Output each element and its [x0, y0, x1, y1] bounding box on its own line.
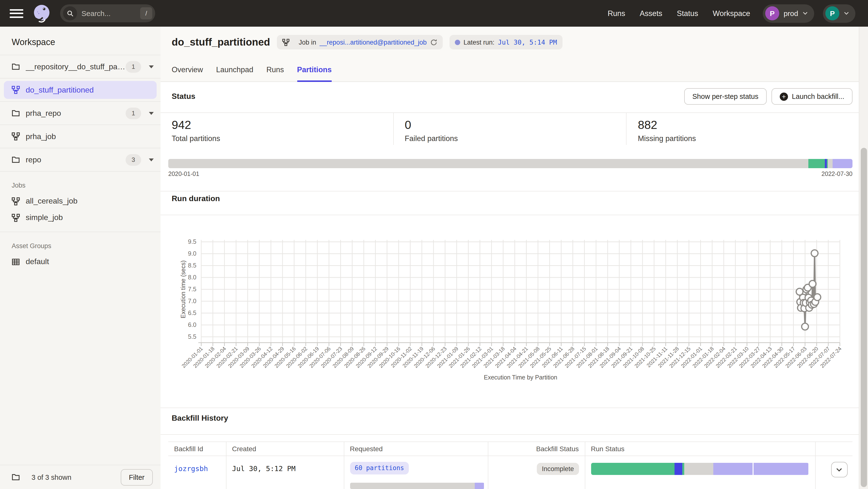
page-title: do_stuff_partitioned	[172, 36, 270, 48]
cell-run-status	[585, 456, 815, 489]
sidebar-job-simple_job[interactable]: simple_job	[0, 209, 160, 226]
job-list: all_cereals_jobsimple_job	[0, 193, 160, 226]
backfill-status-badge: Incomplete	[537, 463, 579, 475]
svg-text:Execution Time by Partition: Execution Time by Partition	[484, 374, 557, 381]
column-header-backfill-id: Backfill Id	[168, 442, 226, 456]
nav-status[interactable]: Status	[677, 9, 698, 18]
nav-runs[interactable]: Runs	[608, 9, 625, 18]
bar-segment	[713, 463, 752, 475]
deployment-label: prod	[784, 9, 798, 18]
bar-segment	[833, 159, 852, 168]
stat-total-partitions: 942Total partitions	[160, 113, 393, 145]
partition-status-bar	[168, 159, 852, 168]
svg-text:9.5: 9.5	[188, 238, 196, 245]
filter-button[interactable]: Filter	[121, 469, 153, 485]
bar-segment	[168, 159, 808, 168]
bar-segment	[682, 463, 684, 475]
column-header-requested: Requested	[344, 442, 488, 456]
caret-down-icon[interactable]	[149, 112, 154, 115]
search-input[interactable]: Search... /	[60, 4, 155, 22]
bar-segment	[591, 463, 675, 475]
tab-overview[interactable]: Overview	[172, 65, 203, 82]
svg-text:Execution time (secs): Execution time (secs)	[180, 260, 186, 318]
job-label: simple_job	[26, 213, 63, 222]
latest-run-link[interactable]: Jul 30, 5:14 PM	[498, 38, 557, 46]
job-icon	[12, 132, 20, 140]
dagster-logo-icon[interactable]	[31, 3, 52, 24]
stat-label: Total partitions	[172, 134, 393, 143]
sidebar-footer: 3 of 3 shown Filter	[0, 465, 160, 489]
sidebar-item-do-stuff-partitioned[interactable]: do_stuff_partitioned	[0, 78, 160, 102]
caret-down-icon[interactable]	[149, 65, 154, 68]
cell-backfill-id: jozrgsbh	[168, 456, 226, 489]
cell-actions	[815, 456, 852, 489]
sidebar-item-label: repo	[26, 155, 126, 164]
nav-assets[interactable]: Assets	[640, 9, 662, 18]
job-icon	[12, 86, 20, 94]
repos-shown-count: 3 of 3 shown	[32, 473, 121, 481]
folder-icon	[12, 109, 20, 117]
refresh-icon[interactable]	[430, 38, 437, 46]
chevron-down-icon	[803, 12, 808, 15]
stat-value: 0	[405, 118, 626, 132]
job-tabs: OverviewLaunchpadRunsPartitions	[172, 65, 332, 82]
sidebar-item--repository-do-stuff-partitio-[interactable]: __repository__do_stuff_partitio...1	[0, 55, 160, 78]
repo-list: __repository__do_stuff_partitio...1do_st…	[0, 55, 160, 171]
topbar: Search... / RunsAssetsStatusWorkspace P …	[0, 0, 868, 27]
search-icon	[63, 6, 77, 20]
job-in-label: Job in	[299, 38, 316, 46]
backfill-id-link[interactable]: jozrgsbh	[174, 456, 220, 472]
hamburger-menu-icon[interactable]	[10, 8, 23, 19]
bar-segment	[475, 483, 484, 489]
dagster-app: Search... / RunsAssetsStatusWorkspace P …	[0, 0, 868, 489]
divider	[160, 434, 868, 435]
bar-segment	[753, 463, 809, 475]
cell-created: Jul 30, 5:12 PM	[226, 456, 344, 489]
tab-partitions[interactable]: Partitions	[297, 65, 332, 82]
bar-segment	[675, 463, 682, 475]
job-location-badge: Job in __reposi...artitioned@partitioned…	[277, 35, 443, 50]
status-heading: Status	[172, 92, 195, 101]
svg-text:5.5: 5.5	[188, 333, 196, 340]
tab-launchpad[interactable]: Launchpad	[216, 65, 253, 82]
user-menu[interactable]: P	[823, 4, 856, 23]
svg-text:9.0: 9.0	[188, 250, 196, 257]
sidebar-job-all_cereals_job[interactable]: all_cereals_job	[0, 193, 160, 209]
nav-workspace[interactable]: Workspace	[713, 9, 750, 18]
run-status-bar	[591, 463, 809, 475]
sidebar-item-prha-repo[interactable]: prha_repo1	[0, 102, 160, 125]
sidebar-asset-group-default[interactable]: default	[0, 254, 160, 270]
expand-row-button[interactable]	[831, 462, 847, 477]
stat-failed-partitions: 0Failed partitions	[393, 113, 626, 145]
folder-icon	[12, 473, 20, 481]
folder-icon	[12, 63, 20, 71]
scrollbar-thumb[interactable]	[861, 148, 867, 487]
latest-run-label: Latest run:	[464, 38, 495, 46]
tab-runs[interactable]: Runs	[267, 65, 284, 82]
scrollbar-track	[859, 27, 868, 489]
stat-missing-partitions: 882Missing partitions	[626, 113, 859, 145]
asset-group-list: default	[0, 254, 160, 270]
launch-backfill-button[interactable]: + Launch backfill...	[772, 88, 852, 105]
job-location-link[interactable]: __reposi...artitioned@partitioned_job	[319, 38, 427, 46]
bar-segment	[808, 159, 825, 168]
jobs-section-label: Jobs	[0, 171, 160, 193]
deployment-switcher[interactable]: P prod	[763, 4, 814, 23]
workspace-sidebar: Workspace __repository__do_stuff_partiti…	[0, 27, 161, 489]
sidebar-item-repo[interactable]: repo3	[0, 148, 160, 171]
column-header-backfill-status: Backfill Status	[488, 442, 585, 456]
cell-backfill-status: Incomplete	[488, 456, 585, 489]
stat-value: 942	[172, 118, 393, 132]
job-icon	[282, 38, 289, 46]
chevron-down-icon	[844, 12, 849, 15]
caret-down-icon[interactable]	[149, 158, 154, 161]
asset-group-label: default	[26, 257, 49, 266]
show-per-step-status-button[interactable]: Show per-step status	[684, 88, 767, 105]
sidebar-item-prha-job[interactable]: prha_job	[0, 125, 160, 148]
partition-range-end: 2022-07-30	[822, 171, 852, 177]
backfill-history-table: Backfill IdCreatedRequestedBackfill Stat…	[168, 442, 852, 489]
requested-partitions-chip[interactable]: 60 partitions	[350, 462, 409, 475]
divider	[160, 408, 868, 408]
folder-icon	[12, 156, 20, 164]
partition-stats: 942Total partitions0Failed partitions882…	[160, 112, 859, 145]
